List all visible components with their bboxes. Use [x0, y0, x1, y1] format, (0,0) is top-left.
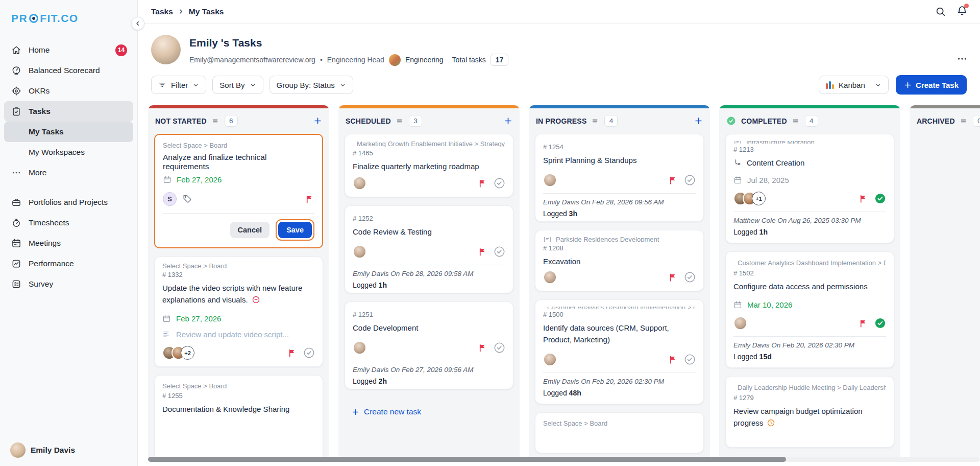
- card-title[interactable]: Finalize quarterly marketing roadmap: [353, 160, 505, 172]
- profile-avatar[interactable]: [151, 35, 181, 64]
- task-card[interactable]: Select Space > Board: [535, 412, 704, 453]
- card-title[interactable]: Sprint Planning & Standups: [543, 154, 696, 166]
- card-title[interactable]: Analyze and finalize technical requireme…: [163, 153, 314, 171]
- task-card[interactable]: Select Space > Board # 1255 Documentatio…: [154, 375, 323, 457]
- sidebar-item-performance[interactable]: Performance: [4, 253, 133, 274]
- card-space[interactable]: Parkside Residences Development: [556, 237, 659, 242]
- add-task-button[interactable]: [313, 116, 322, 125]
- due-date[interactable]: Mar 10, 2026: [747, 300, 792, 309]
- assignee-avatars[interactable]: [353, 176, 366, 190]
- task-card[interactable]: Select Space > Board # 1251 Code Develop…: [345, 301, 513, 389]
- card-space[interactable]: Select Space > Board: [162, 382, 227, 390]
- card-space[interactable]: Select Space > Board: [543, 420, 607, 427]
- task-card[interactable]: Select Space > Board # 1332 Update the v…: [154, 257, 323, 367]
- assignee-avatars[interactable]: [543, 270, 557, 284]
- breadcrumb-tasks[interactable]: Tasks: [151, 7, 173, 16]
- flag-icon[interactable]: [478, 247, 487, 257]
- filter-button[interactable]: Filter: [151, 76, 206, 94]
- assignee-avatar[interactable]: S: [163, 192, 177, 206]
- card-title[interactable]: Excavation: [543, 255, 696, 267]
- sidebar-item-portfolios[interactable]: Portfolios and Projects: [4, 192, 133, 213]
- card-space[interactable]: Customer Analytics Dashboard Implementat…: [547, 307, 696, 309]
- flag-icon[interactable]: [669, 355, 678, 364]
- horizontal-scrollbar-thumb[interactable]: [148, 457, 786, 462]
- sidebar-item-okrs[interactable]: OKRs: [4, 81, 133, 101]
- notifications-button[interactable]: [957, 5, 968, 18]
- complete-check-icon[interactable]: [303, 347, 315, 359]
- task-card[interactable]: Customer Analytics Dashboard Implementat…: [535, 299, 704, 404]
- card-space[interactable]: Select Space > Board: [162, 264, 227, 269]
- header-more-menu[interactable]: [957, 53, 968, 66]
- assignee-avatars[interactable]: [353, 245, 366, 259]
- sidebar-item-my-tasks[interactable]: My Tasks: [4, 122, 133, 142]
- create-task-button[interactable]: Create Task: [896, 75, 967, 95]
- column-menu-icon[interactable]: [960, 117, 968, 125]
- card-space[interactable]: Infrastructure Migration: [746, 141, 815, 144]
- due-date[interactable]: Jul 28, 2025: [747, 176, 789, 184]
- save-button[interactable]: Save: [278, 222, 312, 238]
- complete-check-icon[interactable]: [494, 246, 505, 258]
- sidebar-item-timesheets[interactable]: Timesheets: [4, 213, 133, 233]
- assignee-avatars[interactable]: [543, 173, 557, 187]
- breadcrumb-my-tasks[interactable]: My Tasks: [189, 7, 224, 16]
- card-space[interactable]: Daily Leadership Huddle Meeting > Daily …: [738, 384, 886, 391]
- complete-check-icon[interactable]: [494, 342, 505, 354]
- add-task-button[interactable]: [694, 116, 703, 125]
- flag-icon[interactable]: [478, 179, 487, 188]
- flag-icon[interactable]: [478, 343, 487, 353]
- complete-check-icon[interactable]: [684, 174, 696, 186]
- assignee-avatars[interactable]: [543, 353, 557, 366]
- card-space[interactable]: Customer Analytics Dashboard Implementat…: [738, 259, 886, 267]
- sidebar-collapse-button[interactable]: [131, 17, 144, 30]
- flag-icon[interactable]: [288, 348, 297, 358]
- complete-check-icon[interactable]: [494, 177, 505, 189]
- create-new-task-link[interactable]: Create new task: [352, 407, 513, 416]
- brand-logo[interactable]: PR FIT.CO: [0, 0, 137, 40]
- assignee-avatars[interactable]: +2: [162, 346, 194, 360]
- sidebar-item-survey[interactable]: Survey: [4, 274, 133, 294]
- sidebar-item-home[interactable]: Home 14: [4, 40, 133, 60]
- flag-icon[interactable]: [669, 273, 678, 282]
- assignee-avatars[interactable]: +1: [733, 192, 766, 205]
- card-title[interactable]: Update the video scripts with new featur…: [162, 282, 315, 308]
- card-title[interactable]: Identify data sources (CRM, Support, Pro…: [543, 322, 696, 346]
- task-card[interactable]: Select Space > Board # 1252 Code Review …: [345, 205, 513, 293]
- column-menu-icon[interactable]: [792, 117, 800, 125]
- due-date[interactable]: Feb 27, 2026: [177, 175, 222, 184]
- sidebar-item-more[interactable]: More: [4, 162, 133, 183]
- completed-check-icon[interactable]: [874, 317, 886, 329]
- assignee-avatars[interactable]: [353, 341, 366, 355]
- task-card[interactable]: Customer Analytics Dashboard Implementat…: [725, 251, 894, 368]
- add-task-button[interactable]: [504, 116, 512, 125]
- task-card[interactable]: Infrastructure Migration # 1213 Content …: [725, 134, 894, 243]
- subtask-preview[interactable]: Review and update video script...: [176, 330, 289, 339]
- task-card-editing[interactable]: Select Space > Board Analyze and finaliz…: [154, 134, 323, 248]
- column-menu-icon[interactable]: [396, 117, 404, 125]
- sidebar-item-my-workspaces[interactable]: My Workspaces: [4, 142, 133, 162]
- cancel-button[interactable]: Cancel: [230, 222, 270, 238]
- task-card[interactable]: Parkside Residences Development # 1208 E…: [535, 230, 704, 291]
- group-by-button[interactable]: Group By: Status: [270, 76, 353, 94]
- horizontal-scrollbar-track[interactable]: [148, 457, 980, 462]
- card-title[interactable]: Content Creation: [747, 157, 804, 169]
- card-title[interactable]: Configure data access and permissions: [733, 281, 886, 292]
- view-selector[interactable]: Kanban: [819, 76, 889, 94]
- column-menu-icon[interactable]: [212, 117, 219, 125]
- task-card[interactable]: Select Space > Board # 1254 Sprint Plann…: [535, 134, 704, 222]
- flag-icon[interactable]: [859, 194, 868, 203]
- complete-check-icon[interactable]: [684, 271, 696, 283]
- sidebar-item-meetings[interactable]: Meetings: [4, 233, 133, 253]
- task-card[interactable]: Marketing Growth Enablement Initiative >…: [345, 134, 513, 197]
- card-title[interactable]: Code Development: [353, 322, 505, 334]
- search-icon[interactable]: [935, 6, 946, 17]
- flag-icon[interactable]: [305, 195, 314, 204]
- card-title[interactable]: Documentation & Knowledge Sharing: [162, 403, 315, 415]
- card-title[interactable]: Review campaign budget optimization prog…: [733, 405, 886, 431]
- sidebar-user[interactable]: Emily Davis: [10, 442, 75, 458]
- due-date[interactable]: Feb 27, 2026: [176, 314, 221, 323]
- flag-icon[interactable]: [669, 176, 678, 185]
- flag-icon[interactable]: [859, 319, 868, 328]
- sidebar-item-balanced-scorecard[interactable]: Balanced Scorecard: [4, 60, 133, 81]
- tag-icon[interactable]: [182, 194, 192, 204]
- sidebar-item-tasks[interactable]: Tasks: [4, 101, 133, 122]
